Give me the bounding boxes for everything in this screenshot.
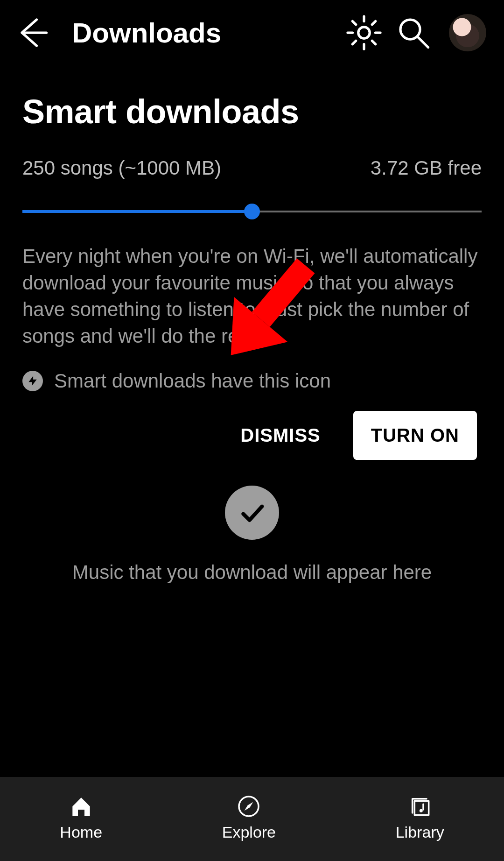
storage-row: 250 songs (~1000 MB) 3.72 GB free [22,157,482,179]
search-button[interactable] [391,10,436,55]
svg-point-0 [358,27,370,39]
bottom-nav: Home Explore Library [0,777,504,861]
gear-icon [344,13,384,52]
page-title: Downloads [72,17,221,49]
smart-downloads-description: Every night when you're on Wi-Fi, we'll … [22,243,482,349]
library-icon [407,793,433,819]
smart-downloads-actions: DISMISS TURN ON [22,411,482,460]
nav-library[interactable]: Library [396,793,444,841]
songs-count-label: 250 songs (~1000 MB) [22,157,221,179]
svg-point-4 [420,809,423,812]
back-button[interactable] [9,10,54,55]
dismiss-button[interactable]: DISMISS [236,412,325,459]
slider-thumb[interactable] [244,204,260,219]
top-app-bar: Downloads [0,0,504,65]
search-icon [394,13,433,52]
smart-downloads-card: Smart downloads 250 songs (~1000 MB) 3.7… [0,65,504,460]
free-space-label: 3.72 GB free [371,157,482,179]
slider-fill [22,210,252,213]
nav-library-label: Library [396,823,444,841]
nav-home-label: Home [60,823,102,841]
avatar[interactable] [449,14,486,51]
turn-on-button[interactable]: TURN ON [353,411,477,460]
icon-hint-row: Smart downloads have this icon [22,370,482,392]
checkmark-icon [225,486,279,540]
icon-hint-text: Smart downloads have this icon [54,370,331,392]
downloads-empty-state: Music that you download will appear here [0,486,504,584]
nav-home[interactable]: Home [60,793,102,841]
back-arrow-icon [12,13,51,52]
compass-icon [236,793,262,819]
home-icon [68,793,94,819]
settings-button[interactable] [342,10,386,55]
nav-explore-label: Explore [222,823,276,841]
smart-downloads-heading: Smart downloads [22,92,482,131]
svg-point-1 [400,20,420,39]
bolt-icon [22,371,43,391]
empty-state-text: Music that you download will appear here [72,561,432,584]
songs-slider[interactable] [22,201,482,222]
nav-explore[interactable]: Explore [222,793,276,841]
svg-rect-3 [414,801,428,815]
